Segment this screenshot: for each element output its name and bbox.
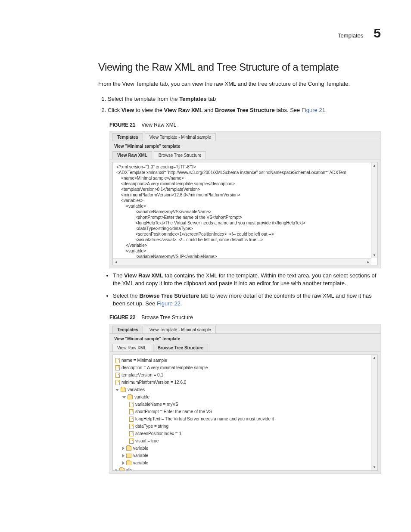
- leaf-icon: [115, 358, 120, 363]
- tree-leaf-templateVersion[interactable]: templateVersion = 0.1: [115, 371, 375, 379]
- tree-node-slb[interactable]: slb: [115, 467, 375, 470]
- page-title: Viewing the Raw XML and Tree Structure o…: [98, 61, 381, 73]
- folder-icon: [126, 446, 131, 451]
- figure-22-caption: FIGURE 22Browse Tree Structure: [109, 314, 381, 320]
- tree-panel: name = Minimal sample description = A ve…: [112, 355, 378, 471]
- step-1: Select the template from the Templates t…: [108, 95, 381, 104]
- vertical-scrollbar[interactable]: ▲ ▼: [371, 162, 377, 258]
- intro-text: From the View Template tab, you can view…: [98, 80, 381, 88]
- tree-node-variable-collapsed[interactable]: variable: [115, 452, 375, 459]
- folder-icon: [126, 461, 131, 465]
- figure-22-screenshot: Templates View Template - Minimal sample…: [109, 324, 381, 474]
- leaf-icon: [129, 439, 134, 444]
- tree-root: name = Minimal sample description = A ve…: [113, 355, 377, 470]
- raw-xml-panel: <?xml version="1.0" encoding="UTF-8"?> <…: [112, 162, 378, 265]
- view-subtitle: View "Minimal sample" template: [110, 141, 380, 151]
- leaf-icon: [115, 373, 120, 378]
- horizontal-scrollbar[interactable]: ◄ ►: [113, 258, 371, 265]
- tree-node-variable-collapsed[interactable]: variable: [115, 445, 375, 452]
- outer-tabs: Templates View Template - Minimal sample: [110, 132, 380, 141]
- inner-tabs: View Raw XML Browse Tree Structure: [110, 151, 380, 159]
- vertical-scrollbar[interactable]: ▲ ▼: [371, 355, 377, 470]
- leaf-icon: [129, 431, 134, 436]
- steps-list: Select the template from the Templates t…: [98, 95, 381, 115]
- step-2: Click View to view the View Raw XML and …: [108, 106, 381, 115]
- leaf-icon: [129, 424, 134, 429]
- figure-21-caption: FIGURE 21View Raw XML: [109, 122, 381, 128]
- scroll-up-icon[interactable]: ▲: [371, 355, 377, 361]
- tab-view-raw-xml[interactable]: View Raw XML: [112, 151, 152, 159]
- folder-icon: [126, 454, 131, 458]
- tree-leaf-minimumPlatformVersion[interactable]: minimumPlatformVersion = 12.6.0: [115, 379, 375, 386]
- page: Templates 5 Viewing the Raw XML and Tree…: [0, 0, 411, 532]
- inner-tabs: View Raw XML Browse Tree Structure: [110, 344, 380, 352]
- tab-view-template[interactable]: View Template - Minimal sample: [145, 133, 216, 141]
- leaf-icon: [129, 417, 134, 422]
- folder-icon: [119, 468, 125, 470]
- folder-icon: [121, 388, 126, 392]
- scroll-left-icon[interactable]: ◄: [113, 259, 119, 265]
- tree-node-variables[interactable]: variables: [115, 386, 375, 393]
- tab-templates[interactable]: Templates: [112, 326, 143, 333]
- tree-node-variable-collapsed[interactable]: variable: [115, 459, 375, 467]
- figure-22-link[interactable]: Figure 22: [157, 300, 181, 307]
- figure-21-screenshot: Templates View Template - Minimal sample…: [109, 131, 381, 268]
- raw-xml-text[interactable]: <?xml version="1.0" encoding="UTF-8"?> <…: [113, 162, 377, 265]
- tab-browse-tree[interactable]: Browse Tree Structure: [153, 344, 209, 352]
- leaf-icon: [129, 402, 134, 407]
- notes-list: The View Raw XML tab contains the XML fo…: [98, 272, 381, 308]
- running-header-section: Templates: [338, 32, 363, 39]
- tree-leaf-shortPrompt[interactable]: shortPrompt = Enter the name of the VS: [115, 408, 375, 415]
- disclosure-triangle-icon[interactable]: [122, 447, 125, 450]
- tree-leaf-longHelpText[interactable]: longHelpText = The Virtual Server needs …: [115, 415, 375, 423]
- folder-icon: [128, 395, 133, 399]
- tree-leaf-description[interactable]: description = A very minimal template sa…: [115, 364, 375, 371]
- view-subtitle: View "Minimal sample" template: [110, 334, 380, 344]
- disclosure-triangle-icon[interactable]: [115, 469, 118, 470]
- note-1: The View Raw XML tab contains the XML fo…: [113, 272, 381, 287]
- tree-leaf-visual[interactable]: visual = true: [115, 437, 375, 445]
- tab-view-template[interactable]: View Template - Minimal sample: [145, 326, 216, 333]
- tab-browse-tree[interactable]: Browse Tree Structure: [154, 151, 206, 159]
- tab-view-raw-xml[interactable]: View Raw XML: [112, 344, 151, 352]
- figure-21-link[interactable]: Figure 21: [302, 107, 325, 113]
- leaf-icon: [129, 409, 134, 414]
- outer-tabs: Templates View Template - Minimal sample: [110, 324, 380, 334]
- disclosure-triangle-icon[interactable]: [122, 461, 125, 465]
- disclosure-triangle-icon[interactable]: [122, 396, 126, 398]
- disclosure-triangle-icon[interactable]: [115, 389, 119, 391]
- tree-leaf-dataType[interactable]: dataType = string: [115, 423, 375, 430]
- running-header: Templates 5: [98, 26, 381, 40]
- tree-leaf-screenPositionIndex[interactable]: screenPositionIndex = 1: [115, 430, 375, 437]
- tree-node-variable[interactable]: variable: [115, 393, 375, 401]
- tab-templates[interactable]: Templates: [112, 133, 143, 141]
- leaf-icon: [115, 365, 120, 370]
- scroll-down-icon[interactable]: ▼: [371, 464, 377, 470]
- tree-leaf-variableName[interactable]: variableName = myVS: [115, 401, 375, 408]
- running-header-chapter: 5: [374, 26, 381, 40]
- tree-leaf-name[interactable]: name = Minimal sample: [115, 357, 375, 364]
- disclosure-triangle-icon[interactable]: [122, 454, 125, 457]
- leaf-icon: [115, 380, 120, 385]
- note-2: Select the Browse Tree Structure tab to …: [113, 292, 381, 308]
- scroll-right-icon[interactable]: ►: [365, 259, 371, 265]
- scroll-up-icon[interactable]: ▲: [371, 162, 377, 168]
- scroll-down-icon[interactable]: ▼: [371, 252, 377, 258]
